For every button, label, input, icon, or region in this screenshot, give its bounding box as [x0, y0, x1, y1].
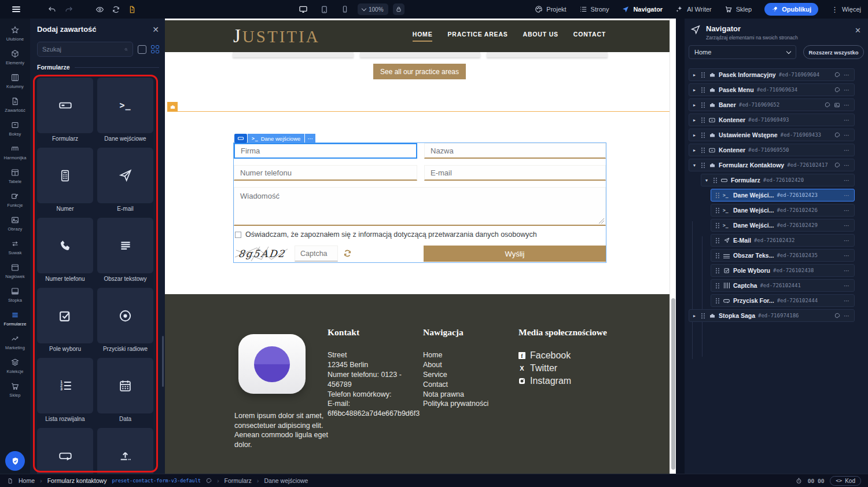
palette-icon[interactable]: [834, 162, 840, 168]
mobile-view-icon[interactable]: [337, 2, 353, 16]
tile-formularz[interactable]: Formularz: [37, 78, 93, 147]
drag-handle-icon[interactable]: [701, 102, 705, 108]
input-element-icon[interactable]: [234, 134, 247, 143]
trust-badge[interactable]: [5, 451, 25, 471]
drag-handle-icon[interactable]: [715, 298, 720, 304]
tile-dane-wejsciowe[interactable]: >_Dane wejściowe: [97, 78, 153, 147]
zoom-control[interactable]: 100%: [358, 3, 388, 15]
drag-handle-icon[interactable]: [715, 207, 720, 214]
preview-eye-icon[interactable]: [91, 2, 108, 16]
navigator-menu-item[interactable]: Navigator: [621, 5, 663, 13]
captcha-refresh-icon[interactable]: [343, 249, 352, 258]
drag-handle-icon[interactable]: [701, 87, 705, 93]
sidebar-item-kolumny[interactable]: Kolumny: [0, 69, 30, 93]
grid-view-toggle-icon[interactable]: [151, 45, 159, 53]
row-menu-icon[interactable]: ⋯: [844, 283, 850, 289]
footer-link-service[interactable]: Service: [423, 370, 510, 380]
row-menu-icon[interactable]: ⋯: [844, 132, 850, 138]
sidebar-item-sklep[interactable]: Sklep: [0, 378, 30, 401]
projekt-menu-item[interactable]: Projekt: [535, 5, 566, 13]
sidebar-item-elementy[interactable]: Elementy: [0, 45, 30, 69]
social-facebook[interactable]: fFacebook: [518, 350, 623, 361]
caret-right-icon[interactable]: ▸: [693, 72, 698, 78]
caret-right-icon[interactable]: ▸: [693, 102, 698, 108]
nav-link-about-us[interactable]: ABOUT US: [523, 31, 558, 42]
email-field[interactable]: [424, 165, 606, 181]
footer-link-home[interactable]: Home: [423, 350, 510, 360]
sidebar-item-formularze[interactable]: Formularze: [0, 306, 30, 330]
element-menu-icon[interactable]: ⋯: [305, 134, 315, 143]
expand-all-button[interactable]: Rozszerz wszystko: [803, 45, 864, 59]
caret-right-icon[interactable]: ▸: [693, 118, 698, 123]
tree-row-email[interactable]: E-Mail#ed-726102432⋯: [711, 234, 855, 247]
ai-writer-menu-item[interactable]: AI Writer: [675, 5, 712, 13]
strony-menu-item[interactable]: Strony: [579, 5, 609, 13]
sidebar-item-ulubione[interactable]: Ulubione: [0, 21, 30, 45]
tree-row-dane-wejsciowe-1[interactable]: >_Dane Wejści...#ed-726102423⋯: [711, 189, 855, 202]
search-input[interactable]: [42, 46, 124, 53]
scrollbar-thumb[interactable]: [671, 298, 675, 470]
drag-handle-icon[interactable]: [701, 162, 705, 169]
palette-icon[interactable]: [834, 72, 840, 78]
section-add-marker[interactable]: [167, 102, 178, 112]
social-instagram[interactable]: Instagram: [518, 376, 623, 386]
sidebar-item-naglowek[interactable]: Nagłówek: [0, 259, 30, 283]
tree-row-dane-wejsciowe-2[interactable]: >_Dane Wejści...#ed-726102426⋯: [711, 204, 855, 217]
drag-handle-icon[interactable]: [715, 268, 720, 274]
drag-handle-icon[interactable]: [701, 72, 705, 78]
close-icon[interactable]: ✕: [152, 25, 159, 34]
tile-obszar-tekstowy[interactable]: Obszar tekstowy: [97, 218, 153, 287]
tile-data[interactable]: Data: [97, 358, 153, 427]
undo-icon[interactable]: [44, 2, 60, 16]
more-menu-item[interactable]: ⋮ Więcej: [831, 5, 861, 14]
caret-right-icon[interactable]: ▸: [693, 313, 698, 318]
row-menu-icon[interactable]: ⋯: [844, 298, 850, 304]
row-menu-icon[interactable]: ⋯: [844, 237, 850, 244]
desktop-view-icon[interactable]: [295, 2, 311, 16]
sidebar-item-tabele[interactable]: Tabele: [0, 164, 30, 188]
close-icon[interactable]: ✕: [855, 27, 861, 34]
palette-icon[interactable]: [834, 132, 840, 138]
tree-row-formularz-kontaktowy[interactable]: ▾Formularz Kontaktowy#ed-726102417⋯: [689, 159, 855, 171]
breadcrumb-dane-wejsciowe[interactable]: Dane wejściowe: [264, 477, 308, 484]
tile-numer-telefonu[interactable]: Numer telefonu: [37, 218, 93, 287]
drag-handle-icon[interactable]: [701, 117, 705, 123]
row-menu-icon[interactable]: ⋯: [844, 117, 850, 123]
footer-link-nota-prawna[interactable]: Nota prawna: [423, 390, 510, 400]
row-menu-icon[interactable]: ⋯: [844, 72, 850, 78]
template-file-icon[interactable]: [124, 2, 140, 16]
drag-handle-icon[interactable]: [701, 313, 705, 319]
tree-row-dane-wejsciowe-3[interactable]: >_Dane Wejści...#ed-726102429⋯: [711, 219, 855, 232]
row-menu-icon[interactable]: ⋯: [844, 102, 850, 108]
sidebar-item-boksy[interactable]: Boksy: [0, 116, 30, 140]
tree-row-captcha[interactable]: Captcha#ed-726102441⋯: [711, 279, 855, 292]
tree-row-pasek-informacyjny[interactable]: ▸Pasek Informacyjny#ed-716969604⋯: [689, 68, 855, 81]
social-twitter[interactable]: XTwitter: [518, 363, 623, 374]
tree-row-ustawienie-wstepne[interactable]: ▸Ustawienie Wstępne#ed-716969433⋯: [689, 129, 855, 141]
row-menu-icon[interactable]: ⋯: [844, 222, 850, 229]
sidebar-item-marketing[interactable]: Marketing: [0, 330, 30, 354]
drag-handle-icon[interactable]: [715, 283, 720, 289]
tablet-view-icon[interactable]: [316, 2, 332, 16]
tree-row-pasek-menu[interactable]: ▸Pasek Menu#ed-716969634⋯: [689, 83, 855, 96]
caret-right-icon[interactable]: ▸: [693, 133, 698, 138]
row-menu-icon[interactable]: ⋯: [844, 177, 850, 184]
sklep-menu-item[interactable]: Sklep: [724, 5, 752, 13]
sidebar-item-harmonijka[interactable]: Harmonijka: [0, 140, 30, 164]
captcha-input[interactable]: [295, 246, 338, 262]
hamburger-menu-icon[interactable]: [8, 2, 24, 16]
breadcrumb-formularz-kontaktowy[interactable]: Formularz kontaktowy: [47, 477, 107, 484]
nav-link-contact[interactable]: CONTACT: [573, 31, 606, 42]
sidebar-item-funkcje[interactable]: Funkcje: [0, 188, 30, 211]
submit-button[interactable]: Wyślij: [424, 246, 606, 262]
row-menu-icon[interactable]: ⋯: [844, 162, 850, 169]
drag-handle-icon[interactable]: [701, 132, 705, 138]
code-view-button[interactable]: <>Kod: [830, 476, 861, 486]
nav-link-practice-areas[interactable]: PRACTICE AREAS: [447, 31, 507, 42]
drag-handle-icon[interactable]: [715, 237, 720, 244]
row-menu-icon[interactable]: ⋯: [844, 268, 850, 274]
caret-down-icon[interactable]: ▾: [705, 178, 710, 183]
tile-pole-wyboru[interactable]: Pole wyboru: [37, 288, 93, 357]
drag-handle-icon[interactable]: [715, 252, 720, 259]
nav-link-home[interactable]: HOME: [413, 31, 433, 42]
